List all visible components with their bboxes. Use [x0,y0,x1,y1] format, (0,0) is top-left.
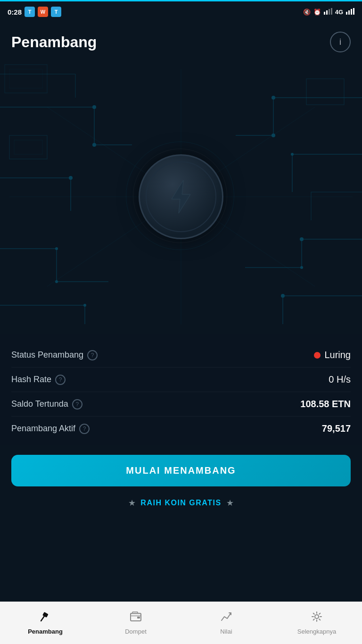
svg-rect-7 [353,8,354,15]
coin-symbol-icon [162,178,200,216]
telegram2-icon: T [51,7,61,17]
svg-point-24 [272,96,275,100]
penambang-aktif-row: Penambang Aktif ? 79,517 [11,417,351,441]
svg-rect-36 [306,79,344,105]
svg-point-19 [55,247,58,250]
hammer-icon [39,610,52,625]
bottom-navigation: Penambang Dompet Nilai [0,602,362,644]
svg-rect-6 [351,9,352,15]
main-visual [0,60,362,334]
svg-rect-2 [329,9,330,15]
nav-item-selengkapnya[interactable]: Selengkapnya [272,610,362,635]
signal-bars2-icon [346,8,354,16]
hash-rate-row: Hash Rate ? 0 H/s [11,368,351,392]
info-button[interactable]: i [330,32,351,52]
svg-point-15 [69,176,73,180]
svg-rect-5 [348,10,350,15]
chart-icon [220,610,233,625]
alarm-icon: ⏰ [313,8,321,16]
nav-item-penambang[interactable]: Penambang [0,610,90,635]
hash-rate-label: Hash Rate ? [11,375,66,385]
wallet-icon [129,610,142,625]
coin [139,154,223,239]
saldo-tertunda-label: Saldo Tertunda ? [11,399,82,410]
nav-label-nilai: Nilai [220,628,232,635]
svg-point-42 [281,294,285,298]
star-right-icon: ★ [226,498,234,508]
svg-rect-3 [331,8,332,15]
status-penambang-help-icon[interactable]: ? [87,350,98,360]
penambang-aktif-help-icon[interactable]: ? [79,424,90,434]
network-4g: 4G [335,8,343,16]
nav-label-penambang: Penambang [28,628,63,635]
star-left-icon: ★ [128,498,136,508]
signal-bars-icon [324,8,332,16]
gear-icon [310,610,323,625]
saldo-tertunda-value: 108.58 ETN [300,399,351,410]
stats-section: Status Penambang ? Luring Hash Rate ? 0 … [0,334,362,445]
status-bar: 0:28 T W T 🔇 ⏰ 4G [0,1,362,22]
saldo-tertunda-row: Saldo Tertunda ? 108.58 ETN [11,392,351,417]
svg-point-28 [291,153,294,156]
svg-rect-60 [131,615,141,617]
mute-icon: 🔇 [303,8,311,16]
status-penambang-label: Status Penambang ? [11,350,98,360]
svg-point-32 [300,237,304,241]
free-coin-text[interactable]: RAIH KOIN GRATIS [140,499,221,507]
svg-rect-35 [14,140,42,154]
svg-rect-54 [9,69,42,88]
hash-rate-help-icon[interactable]: ? [55,375,66,385]
header: Penambang i [0,22,362,60]
status-penambang-row: Status Penambang ? Luring [11,343,351,368]
svg-point-33 [300,266,303,269]
nav-label-selengkapnya: Selengkapnya [297,628,336,635]
nav-item-nilai[interactable]: Nilai [181,610,272,635]
svg-point-66 [315,615,319,619]
svg-point-12 [92,143,96,147]
status-left: 0:28 T W T [8,7,61,17]
word-icon: W [38,7,48,17]
status-penambang-value: Luring [314,350,351,360]
offline-status-dot [314,352,321,359]
svg-marker-57 [172,180,190,213]
coin-inner [146,161,216,232]
mine-button-container: MULAI MENAMBANG [0,445,362,491]
svg-rect-0 [324,12,325,15]
svg-rect-61 [137,617,140,619]
svg-point-11 [92,105,96,109]
coin-visual [139,154,223,239]
hash-rate-value: 0 H/s [329,374,351,385]
saldo-tertunda-help-icon[interactable]: ? [72,399,82,410]
nav-item-dompet[interactable]: Dompet [90,610,181,635]
telegram-icon: T [25,7,35,17]
svg-rect-4 [346,12,347,15]
status-time: 0:28 [8,8,22,16]
page-title: Penambang [11,33,97,51]
svg-rect-34 [9,135,47,159]
svg-rect-1 [326,10,328,15]
status-right: 🔇 ⏰ 4G [303,8,354,16]
nav-label-dompet: Dompet [125,628,147,635]
penambang-aktif-value: 79,517 [322,423,351,434]
svg-rect-53 [5,65,47,93]
info-icon: i [339,37,341,47]
start-mining-button[interactable]: MULAI MENAMBANG [11,455,351,486]
penambang-aktif-label: Penambang Aktif ? [11,424,90,434]
free-coin-container[interactable]: ★ RAIH KOIN GRATIS ★ [0,491,362,518]
svg-point-39 [83,304,86,307]
